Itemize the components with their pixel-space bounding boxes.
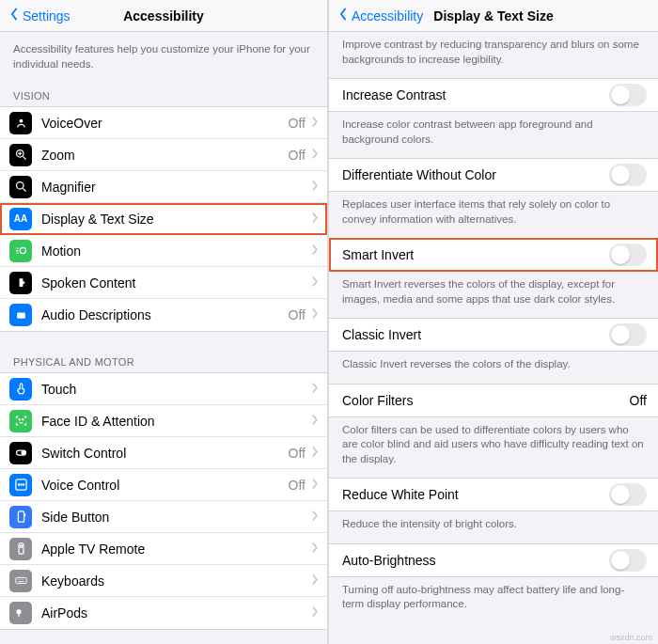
svg-point-0 — [19, 119, 23, 123]
display-text-icon: AA — [9, 208, 32, 230]
list-item[interactable]: Audio DescriptionsOff — [0, 299, 327, 331]
chevron-right-icon — [309, 605, 320, 620]
list-item[interactable]: Face ID & Attention — [0, 405, 327, 437]
chevron-left-icon — [337, 8, 350, 24]
setting-row[interactable]: Color FiltersOff — [329, 384, 658, 417]
item-label: Keyboards — [41, 573, 309, 589]
svg-point-15 — [20, 545, 23, 548]
back-label: Settings — [23, 8, 70, 24]
list-item[interactable]: Voice ControlOff — [0, 469, 327, 501]
nav-bar: Accessibility Display & Text Size — [329, 0, 658, 32]
nav-bar: Settings Accessibility — [0, 0, 327, 32]
spoken-icon — [9, 272, 32, 294]
voice-icon — [9, 474, 32, 496]
item-label: Spoken Content — [41, 275, 309, 291]
svg-point-12 — [23, 484, 24, 485]
chevron-right-icon — [309, 180, 320, 195]
airpods-icon — [9, 602, 32, 624]
svg-point-6 — [22, 419, 23, 420]
item-label: Apple TV Remote — [41, 542, 309, 557]
setting-row[interactable]: Increase Contrast — [329, 78, 658, 112]
touch-icon — [9, 378, 32, 401]
svg-rect-16 — [15, 577, 25, 583]
watermark: wsxdn.com — [610, 633, 652, 642]
setting-desc: Color filters can be used to differentia… — [329, 417, 658, 479]
setting-label: Differentiate Without Color — [342, 167, 609, 182]
toggle-switch[interactable] — [609, 243, 647, 266]
back-button[interactable]: Settings — [4, 8, 74, 24]
top-desc: Improve contrast by reducing transparenc… — [329, 32, 658, 78]
setting-row[interactable]: Reduce White Point — [329, 478, 658, 511]
faceid-icon — [9, 410, 32, 432]
list-item[interactable]: AADisplay & Text Size — [0, 203, 327, 235]
chevron-left-icon — [8, 8, 21, 24]
list-item[interactable]: Apple TV Remote — [0, 533, 327, 565]
chevron-right-icon — [309, 414, 320, 429]
chevron-right-icon — [309, 275, 320, 291]
setting-row[interactable]: Auto-Brightness — [329, 543, 658, 577]
list-item[interactable]: Magnifier — [0, 171, 327, 203]
chevron-right-icon — [309, 212, 320, 227]
list-item[interactable]: ZoomOff — [0, 139, 327, 171]
switch-icon — [9, 442, 32, 464]
item-value: Off — [289, 478, 306, 493]
svg-point-5 — [19, 419, 20, 420]
svg-rect-13 — [18, 511, 24, 522]
chevron-right-icon — [309, 542, 320, 557]
list-item[interactable]: Spoken Content — [0, 267, 327, 299]
item-label: Display & Text Size — [41, 212, 309, 227]
setting-row[interactable]: Classic Invert — [329, 318, 658, 352]
item-label: Voice Control — [41, 478, 289, 493]
svg-point-11 — [20, 484, 21, 485]
chevron-right-icon — [309, 573, 320, 589]
toggle-switch[interactable] — [609, 84, 647, 106]
svg-point-10 — [18, 484, 19, 485]
item-label: AirPods — [41, 605, 309, 620]
item-label: Switch Control — [41, 446, 289, 461]
item-value: Off — [289, 307, 306, 322]
chevron-right-icon — [309, 510, 320, 525]
motion-icon — [9, 240, 32, 262]
setting-row[interactable]: Smart Invert — [329, 238, 658, 272]
chevron-right-icon — [309, 148, 320, 163]
list-item[interactable]: Motion — [0, 235, 327, 267]
list-item[interactable]: Touch — [0, 373, 327, 405]
back-label: Accessibility — [352, 8, 423, 24]
toggle-switch[interactable] — [609, 164, 647, 186]
item-label: VoiceOver — [41, 116, 289, 131]
item-label: Touch — [41, 382, 309, 397]
item-label: Audio Descriptions — [41, 307, 289, 322]
list-item[interactable]: Switch ControlOff — [0, 437, 327, 469]
setting-label: Smart Invert — [342, 247, 609, 262]
chevron-right-icon — [309, 243, 320, 259]
item-value: Off — [289, 446, 306, 461]
chevron-right-icon — [309, 382, 320, 397]
voiceover-icon — [9, 112, 32, 134]
svg-rect-4 — [17, 312, 25, 318]
setting-value: Off — [630, 393, 647, 408]
setting-label: Classic Invert — [342, 327, 609, 342]
list-item[interactable]: VoiceOverOff — [0, 107, 327, 139]
accessibility-pane: Settings Accessibility Accessibility fea… — [0, 0, 329, 644]
toggle-switch[interactable] — [609, 549, 647, 572]
setting-label: Color Filters — [342, 393, 630, 408]
setting-label: Reduce White Point — [342, 487, 609, 502]
toggle-switch[interactable] — [609, 323, 647, 346]
list-item[interactable]: Keyboards — [0, 565, 327, 597]
setting-row[interactable]: Differentiate Without Color — [329, 158, 658, 192]
toggle-switch[interactable] — [609, 483, 647, 506]
list-item[interactable]: AirPods — [0, 597, 327, 629]
zoom-icon — [9, 144, 32, 166]
setting-desc: Reduce the intensity of bright colors. — [329, 511, 658, 543]
chevron-right-icon — [309, 478, 320, 493]
vision-header: VISION — [0, 85, 327, 106]
display-text-pane: Accessibility Display & Text Size Improv… — [329, 0, 658, 644]
setting-desc: Turning off auto-brightness may affect b… — [329, 577, 658, 623]
back-button[interactable]: Accessibility — [333, 8, 427, 24]
item-label: Zoom — [41, 148, 289, 163]
list-item[interactable]: Side Button — [0, 501, 327, 533]
svg-point-3 — [20, 247, 25, 253]
item-value: Off — [289, 148, 306, 163]
svg-point-2 — [16, 182, 24, 190]
setting-label: Increase Contrast — [342, 87, 609, 102]
